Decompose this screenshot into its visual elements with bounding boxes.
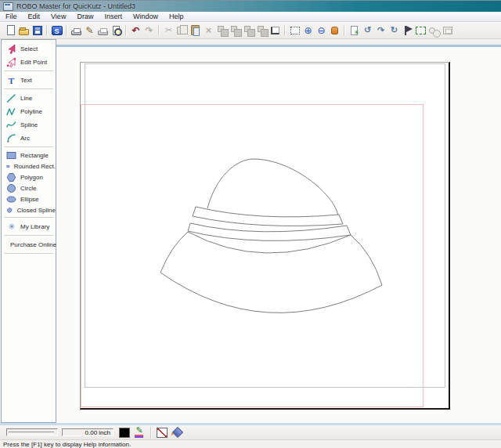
tool-label: Line (20, 95, 32, 102)
paste-button[interactable] (189, 23, 202, 38)
tool-polygon[interactable]: Polygon (2, 172, 56, 182)
hat-band-upper (193, 207, 343, 226)
flip-button[interactable] (401, 23, 414, 38)
tool-palette: Select Edit Point T Text Line Polyline S… (1, 39, 56, 423)
pan-button[interactable] (328, 23, 341, 38)
print-preview-button[interactable] (110, 23, 123, 38)
menu-file[interactable]: File (0, 12, 23, 21)
output-to-cutter-button[interactable]: S (50, 23, 63, 38)
drawing-canvas[interactable] (56, 45, 501, 423)
text-tool-icon: T (6, 76, 16, 85)
send-to-back-icon (231, 26, 237, 32)
add-to-library-button[interactable]: ✳ (348, 23, 361, 38)
property-separator (150, 427, 152, 439)
rotate-left-button[interactable]: ↺ (361, 23, 374, 38)
position-track (6, 428, 58, 436)
rotate-right-icon: ↻ (391, 26, 398, 34)
fill-none-swatch[interactable] (157, 428, 168, 438)
save-file-button[interactable] (31, 23, 44, 38)
closed-spline-icon (6, 205, 13, 215)
tool-spline[interactable]: Spline (2, 118, 56, 132)
polyline-icon (6, 107, 16, 117)
outline-button[interactable] (441, 23, 454, 38)
zoom-whole-page-button[interactable] (288, 23, 301, 38)
toolbar-separator (344, 25, 345, 36)
flag-icon (405, 26, 406, 35)
menu-insert[interactable]: Insert (99, 12, 128, 21)
menu-help[interactable]: Help (164, 12, 189, 21)
rotate-180-button[interactable]: ↷ (374, 23, 387, 38)
tool-label: Circle (20, 185, 36, 192)
delete-button[interactable]: × (202, 23, 215, 38)
menu-edit[interactable]: Edit (23, 12, 46, 21)
tool-polyline[interactable]: Polyline (2, 105, 56, 118)
print-button[interactable] (70, 23, 83, 38)
tool-circle[interactable]: Circle (2, 182, 56, 193)
tool-purchase-online[interactable]: Purchase Online (2, 238, 56, 251)
pen-setup-button[interactable]: ✎ (83, 23, 96, 38)
undo-button[interactable]: ↶ (129, 23, 142, 38)
tool-my-library[interactable]: ✳ My Library (2, 220, 56, 233)
palette-separator (4, 217, 53, 219)
line-icon (6, 93, 16, 103)
zoom-in-icon: ⊕ (304, 26, 312, 35)
menu-window[interactable]: Window (128, 12, 164, 21)
tool-ellipse[interactable]: Ellipse (2, 193, 56, 204)
zoom-out-button[interactable]: ⊖ (315, 23, 328, 38)
rotate-right-button[interactable]: ↻ (387, 23, 401, 38)
save-floppy-icon (33, 26, 42, 35)
weld-button[interactable] (427, 23, 441, 38)
pen-style-icon: ✎ (135, 426, 142, 435)
rectangle-icon (6, 150, 16, 161)
status-bar: Press the [F1] key to display Help infor… (0, 439, 501, 448)
status-message: Press the [F1] key to display Help infor… (0, 441, 131, 448)
menu-view[interactable]: View (45, 12, 71, 21)
rotate-left-icon: ↺ (364, 26, 371, 34)
tool-select[interactable]: Select (2, 42, 56, 56)
redo-button[interactable]: ↷ (142, 23, 156, 38)
send-to-back-button[interactable] (229, 23, 242, 38)
tool-label: Purchase Online (10, 241, 56, 248)
tool-label: Text (20, 77, 32, 84)
open-file-button[interactable] (17, 23, 31, 38)
add-to-library-icon: ✳ (351, 26, 358, 35)
tool-line[interactable]: Line (2, 92, 56, 105)
hat-brim (160, 232, 382, 313)
spline-icon (6, 120, 16, 130)
toolbar-separator (66, 25, 67, 36)
fit-to-page-button[interactable] (269, 23, 282, 38)
library-flower-glyph: ✳ (354, 30, 359, 36)
bring-to-front-icon (218, 26, 224, 32)
tool-closed-spline[interactable]: Closed Spline (2, 204, 56, 215)
bring-forward-button[interactable] (242, 23, 255, 38)
undo-icon: ↶ (132, 26, 139, 35)
app-icon[interactable] (3, 2, 13, 11)
menu-bar: File Edit View Draw Insert Window Help (0, 12, 501, 22)
new-document-button[interactable] (4, 23, 17, 38)
bring-to-front-button[interactable] (215, 23, 229, 38)
tool-edit-point[interactable]: Edit Point (2, 56, 56, 69)
tool-rounded-rect[interactable]: Rounded Rect. (2, 161, 56, 172)
copy-button[interactable] (175, 23, 189, 38)
hat-outline-drawing[interactable] (141, 151, 399, 323)
tool-label: Rectangle (20, 152, 49, 159)
tool-text[interactable]: T Text (2, 74, 56, 87)
tool-arc[interactable]: Arc (2, 132, 56, 145)
cut-button[interactable]: ✂ (162, 23, 175, 38)
zoom-selection-button[interactable] (414, 23, 427, 38)
send-backward-button[interactable] (255, 23, 269, 38)
palette-separator (4, 235, 53, 237)
fill-color-button[interactable] (171, 426, 183, 439)
print-with-pen-button[interactable] (96, 23, 110, 38)
menu-draw[interactable]: Draw (71, 12, 99, 21)
fit-frame-icon (271, 27, 279, 34)
tool-rectangle[interactable]: Rectangle (2, 150, 56, 161)
zoom-in-button[interactable]: ⊕ (301, 23, 315, 38)
line-color-swatch[interactable] (119, 428, 130, 438)
cutter-output-icon: S (52, 26, 63, 35)
line-style-button[interactable]: ✎ (133, 426, 146, 439)
printer-icon (71, 31, 81, 35)
toolbar-separator (284, 25, 286, 36)
edit-point-icon (6, 57, 16, 67)
pen-icon: ✎ (85, 26, 93, 35)
